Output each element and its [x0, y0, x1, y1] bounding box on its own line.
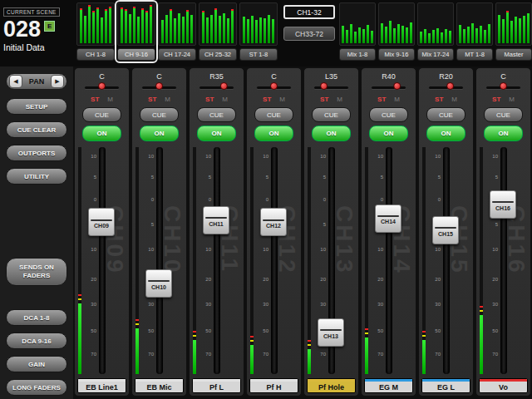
meter-bank[interactable]: ST 1-8 [239, 2, 278, 61]
meter-bank[interactable]: CH 17-24 [158, 2, 196, 61]
cue-button[interactable]: CUE [197, 107, 236, 122]
utility-button[interactable]: UTILITY [6, 168, 67, 185]
channel-name-chip[interactable]: EB Line1 [77, 378, 126, 393]
meter-bar [346, 30, 348, 43]
fader-track[interactable] [99, 147, 106, 374]
cue-button[interactable]: CUE [312, 107, 351, 122]
meter-bank[interactable]: Mix 17-24 [417, 2, 454, 61]
fader-track[interactable] [500, 147, 507, 374]
pan-dot[interactable] [446, 82, 454, 90]
bank-label[interactable]: CH 9-16 [117, 48, 155, 61]
cue-button[interactable]: CUE [426, 107, 466, 122]
pan-dot[interactable] [155, 82, 163, 90]
on-button[interactable]: ON [369, 126, 408, 141]
meter-bars [417, 2, 454, 46]
fader-cap-label: CH13 [318, 333, 343, 339]
pan-slider[interactable] [200, 86, 234, 89]
channel-name-chip[interactable]: Vo [479, 378, 528, 393]
pan-dot[interactable] [98, 82, 106, 90]
on-button[interactable]: ON [484, 126, 523, 141]
pan-dot[interactable] [220, 82, 228, 90]
bank-label[interactable]: Mix 1-8 [339, 48, 376, 61]
cue-button[interactable]: CUE [254, 107, 293, 122]
fader-cap[interactable]: CH15 [432, 216, 459, 244]
fader-scale-tick: 50 [198, 328, 211, 333]
fader-track[interactable] [271, 147, 278, 374]
setup-button[interactable]: SETUP [6, 98, 67, 115]
dca-1-8-button[interactable]: DCA 1-8 [6, 309, 67, 326]
bank-label[interactable]: Master [495, 48, 532, 61]
channel-name: Pf L [193, 382, 240, 392]
fader-track[interactable] [443, 147, 450, 374]
sends-on-faders-button[interactable]: SENDS ON FADERS [6, 258, 67, 286]
pan-dot[interactable] [270, 82, 278, 90]
dca-9-16-button[interactable]: DCA 9-16 [6, 332, 67, 349]
meter-bar [96, 7, 99, 43]
cue-button[interactable]: CUE [140, 107, 179, 122]
bank-label[interactable]: Mix 9-16 [378, 48, 415, 61]
meter-bank[interactable]: Mix 1-8 [339, 2, 376, 61]
channel-name-chip[interactable]: Pf Hole [307, 378, 356, 393]
meter-bank[interactable]: Mix 9-16 [378, 2, 415, 61]
bank-label[interactable]: CH 1-8 [76, 48, 115, 61]
pan-slider[interactable] [314, 86, 348, 89]
pan-dot[interactable] [320, 82, 328, 90]
fader-track[interactable] [386, 147, 392, 374]
channel-meter [250, 147, 254, 374]
channel-meter-fill [250, 345, 254, 374]
meter-bank[interactable]: CH 9-16 [117, 2, 155, 61]
meter-bar [202, 11, 204, 43]
fader-cap[interactable]: CH14 [375, 204, 401, 233]
cue-button[interactable]: CUE [369, 107, 408, 122]
cue-button[interactable]: CUE [82, 107, 121, 122]
fader-cap[interactable]: CH13 [318, 318, 344, 347]
fader-track[interactable] [214, 147, 220, 374]
meter-bank[interactable]: Master [495, 2, 532, 61]
outports-button[interactable]: OUTPORTS [6, 145, 67, 161]
gain-button[interactable]: GAIN [6, 356, 67, 372]
cue-clear-button[interactable]: CUE CLEAR [6, 121, 67, 138]
layer-button-ch1-32[interactable]: CH1-32 [283, 5, 335, 19]
layer-button-ch33-72[interactable]: CH33-72 [283, 27, 335, 41]
fader-scale-tick: 0 [83, 197, 96, 202]
pan-dot[interactable] [393, 82, 401, 90]
pan-mode-control[interactable]: ◀ PAN ▶ [6, 73, 67, 90]
bank-label[interactable]: CH 25-32 [199, 48, 237, 61]
meter-bank[interactable]: MT 1-8 [456, 2, 493, 61]
fader-cap[interactable]: CH09 [88, 208, 115, 236]
channel-name-chip[interactable]: EB Mic [135, 378, 184, 393]
fader-cap[interactable]: CH12 [260, 208, 287, 236]
fader-scale-tick: 5 [313, 222, 326, 227]
on-button[interactable]: ON [312, 126, 351, 141]
on-button[interactable]: ON [82, 126, 121, 141]
on-button[interactable]: ON [254, 126, 293, 141]
fader-cap[interactable]: CH10 [145, 269, 172, 298]
channel-name-chip[interactable]: Pf H [249, 378, 298, 393]
channel-name-chip[interactable]: EG M [364, 378, 413, 393]
pan-right-arrow-icon[interactable]: ▶ [51, 75, 64, 88]
pan-left-arrow-icon[interactable]: ◀ [9, 75, 22, 88]
on-button[interactable]: ON [426, 126, 466, 141]
bank-label[interactable]: MT 1-8 [456, 48, 493, 61]
bank-label[interactable]: CH 17-24 [158, 48, 196, 61]
fader-cap[interactable]: CH16 [490, 190, 516, 219]
pan-dot[interactable] [500, 82, 507, 90]
channel-meter [193, 147, 196, 374]
long-faders-button[interactable]: LONG FADERS [6, 379, 67, 396]
fader-cap-label: CH11 [204, 221, 229, 227]
on-button[interactable]: ON [140, 126, 179, 141]
meter-bank[interactable]: CH 1-8 [76, 2, 115, 61]
fader-cap[interactable]: CH11 [203, 206, 229, 234]
channel-name-chip[interactable]: Pf L [192, 378, 241, 393]
fader-scale-tick: 5 [83, 175, 96, 180]
cue-button[interactable]: CUE [484, 107, 523, 122]
fader-track[interactable] [156, 147, 163, 374]
on-button[interactable]: ON [197, 126, 236, 141]
scene-display[interactable]: CURRENT SCENE 028 E Initial Data [3, 2, 75, 52]
meter-bank[interactable]: CH 25-32 [199, 2, 237, 61]
bank-label[interactable]: Mix 17-24 [417, 48, 454, 61]
channel-name-chip[interactable]: EG L [421, 378, 470, 393]
fader-scale-tick: 50 [140, 328, 154, 333]
bank-label[interactable]: ST 1-8 [239, 48, 278, 61]
meter-bar [92, 11, 95, 43]
